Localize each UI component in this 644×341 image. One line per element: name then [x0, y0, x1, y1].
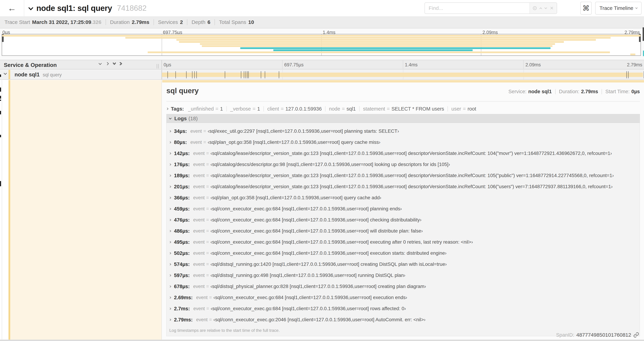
- overview-separator: [555, 89, 556, 94]
- log-marker[interactable]: [225, 71, 225, 78]
- chevron-right-icon: [169, 163, 171, 166]
- expand-one-icon[interactable]: [106, 62, 109, 65]
- scrollbar-thumb[interactable]: [642, 27, 644, 41]
- chevron-right-icon: [169, 263, 171, 265]
- left-edge-mark: [0, 100, 1, 101]
- log-row[interactable]: 2.79ms:event=‹sql/conn_executor_exec.go:…: [166, 314, 640, 325]
- log-row[interactable]: 2.7ms:event=‹sql/conn_executor_exec.go:6…: [166, 303, 640, 314]
- log-row[interactable]: 678µs:event=‹sql/distsql_physical_planne…: [166, 281, 640, 292]
- tag-item: client=127.0.0.1:59936: [267, 106, 322, 112]
- minimap-canvas[interactable]: [2, 34, 641, 56]
- expand-all-icon[interactable]: [120, 63, 122, 65]
- span-collapse-icon[interactable]: [4, 72, 7, 75]
- overview-value: 0µs: [631, 89, 640, 94]
- chevron-down-icon: [635, 7, 638, 9]
- log-marker[interactable]: [175, 71, 176, 78]
- locate-icon[interactable]: [533, 6, 537, 10]
- logs-list: 34µs:event=‹sql/exec_util.go:2297 [nsql1…: [166, 126, 640, 325]
- collapse-all-icon[interactable]: [113, 63, 116, 65]
- detail-divider: [166, 101, 640, 102]
- column-resizer-grip[interactable]: [157, 64, 159, 69]
- tag-item: _unfinished=1: [188, 106, 223, 112]
- find-next-icon[interactable]: [544, 7, 547, 9]
- tag-item: user=root: [451, 106, 476, 112]
- service-operation-column-header: Service & Operation: [0, 60, 162, 69]
- log-row[interactable]: 2.69ms:event=‹sql/conn_executor_exec.go:…: [166, 292, 640, 303]
- log-row[interactable]: 142µs:event=‹sql/catalog/lease/descripto…: [166, 148, 640, 159]
- log-marker[interactable]: [265, 71, 265, 78]
- span-bar-cell[interactable]: [162, 70, 644, 79]
- back-arrow-icon: ←: [8, 3, 16, 13]
- find-input[interactable]: [425, 3, 530, 14]
- page-title: node sql1: sql query: [36, 4, 112, 13]
- tag-item: node=sql1: [329, 106, 356, 112]
- summary-item: Trace StartMarch 31 2022, 17:25:09.326: [4, 19, 102, 25]
- log-marker[interactable]: [192, 71, 192, 78]
- log-row[interactable]: 459µs:event=‹sql/conn_executor_exec.go:6…: [166, 203, 640, 214]
- tag-separator: [448, 106, 448, 111]
- log-marker[interactable]: [194, 71, 195, 78]
- overview-separator: [602, 89, 602, 94]
- log-marker[interactable]: [241, 71, 241, 78]
- chevron-right-icon: [169, 141, 171, 143]
- log-marker[interactable]: [246, 71, 246, 78]
- log-marker[interactable]: [626, 71, 627, 78]
- log-marker[interactable]: [196, 71, 197, 78]
- span-duration-bar[interactable]: [162, 73, 643, 77]
- summary-item: Total Spans10: [219, 19, 254, 25]
- log-row[interactable]: 597µs:event=‹sql/distsql_running.go:498 …: [166, 270, 640, 281]
- detail-span-title: sql query: [166, 87, 199, 95]
- chevron-right-icon: [169, 197, 171, 199]
- log-row[interactable]: 574µs:event=‹sql/distsql_running.go:1420…: [166, 259, 640, 270]
- span-operation-name: sql query: [43, 72, 62, 78]
- log-marker[interactable]: [261, 71, 261, 78]
- left-divider: [2, 80, 2, 339]
- collapse-one-icon[interactable]: [98, 62, 102, 65]
- log-row[interactable]: 80µs:event=‹sql/plan_opt.go:358 [nsql1,c…: [166, 137, 640, 148]
- tag-item: statement=SELECT * FROM users: [363, 106, 444, 112]
- chevron-right-icon: [169, 274, 171, 276]
- top-bar: ← node sql1: sql query 7418682 ✕ ⌘ Trace…: [0, 0, 644, 16]
- log-row[interactable]: 201µs:event=‹sql/catalog/lease/descripto…: [166, 181, 640, 192]
- log-marker[interactable]: [244, 71, 244, 78]
- view-selector-button[interactable]: Trace Timeline: [595, 2, 642, 15]
- find-clear-icon[interactable]: ✕: [550, 6, 554, 11]
- log-row[interactable]: 34µs:event=‹sql/exec_util.go:2297 [nsql1…: [166, 126, 640, 137]
- log-marker[interactable]: [248, 71, 249, 78]
- scroll-marker-teal: [643, 51, 644, 56]
- logs-header[interactable]: Logs (18): [166, 114, 640, 123]
- left-edge-mark: [0, 96, 1, 99]
- log-row[interactable]: 476µs:event=‹sql/conn_executor_exec.go:6…: [166, 214, 640, 225]
- link-icon[interactable]: [633, 332, 639, 338]
- chevron-right-icon: [169, 130, 171, 132]
- span-accent-bar: [8, 70, 10, 79]
- log-marker[interactable]: [247, 71, 248, 78]
- summary-separator: [154, 19, 154, 25]
- log-row[interactable]: 189µs:event=‹sql/catalog/lease/descripto…: [166, 170, 640, 181]
- log-row[interactable]: 176µs:event=‹sql/catalog/descs/descripto…: [166, 159, 640, 170]
- back-button[interactable]: ←: [0, 0, 24, 16]
- spanid-footer: SpanID: 4877749850101760812: [556, 332, 639, 338]
- log-marker[interactable]: [279, 71, 279, 78]
- keyboard-shortcuts-button[interactable]: ⌘: [580, 2, 592, 15]
- command-icon: ⌘: [582, 4, 590, 13]
- log-row[interactable]: 495µs:event=‹sql/conn_executor_exec.go:6…: [166, 236, 640, 248]
- log-marker[interactable]: [168, 71, 168, 78]
- overview-label: Duration:: [559, 89, 580, 94]
- collapse-trace-icon[interactable]: [28, 5, 33, 10]
- log-marker[interactable]: [186, 71, 186, 78]
- log-row[interactable]: 486µs:event=‹sql/conn_executor_exec.go:6…: [166, 225, 640, 236]
- minimap-span: [179, 41, 564, 43]
- log-marker[interactable]: [628, 71, 628, 78]
- summary-item: Depth6: [192, 19, 210, 25]
- log-row[interactable]: 366µs:event=‹sql/plan_opt.go:358 [nsql1,…: [166, 192, 640, 203]
- chevron-right-icon: [169, 186, 171, 188]
- span-row[interactable]: node sql1sql query: [0, 70, 644, 80]
- log-row[interactable]: 502µs:event=‹sql/conn_executor_exec.go:6…: [166, 248, 640, 259]
- tag-separator: [325, 106, 326, 111]
- chevron-right-icon: [169, 230, 171, 232]
- find-prev-icon[interactable]: [540, 7, 542, 10]
- timeline-tick-label: 1.4ms: [403, 60, 524, 69]
- span-name-cell[interactable]: node sql1sql query: [0, 70, 162, 79]
- tags-accordion[interactable]: Tags: _unfinished=1_verbose=1client=127.…: [166, 104, 640, 113]
